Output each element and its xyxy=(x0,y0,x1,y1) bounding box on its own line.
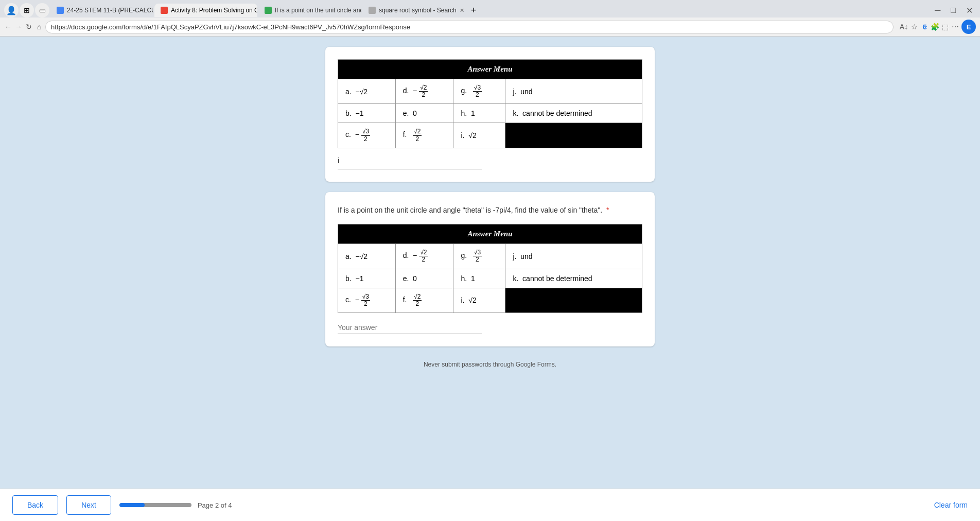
cell-b-1: b. −1 xyxy=(338,104,396,123)
answer-menu-title-2: Answer Menu xyxy=(338,224,642,244)
progress-bar-container: Page 2 of 4 xyxy=(119,501,232,509)
cell-black-1 xyxy=(505,123,642,148)
browser-actions: A↕ ☆ 𝕰 🧩 ⬚ ⋯ xyxy=(900,23,959,31)
translate-icon[interactable]: A↕ xyxy=(900,23,908,31)
cell-g-2: g. √3 2 xyxy=(453,244,505,269)
tab-groups-icon[interactable]: ⊞ xyxy=(20,3,34,18)
cell-k-1: k. cannot be determined xyxy=(505,104,642,123)
table-row: c. − √3 2 f. √2 2 i. √2 xyxy=(338,288,642,312)
bottom-bar: Back Next Page 2 of 4 Clear form xyxy=(0,489,980,521)
next-button[interactable]: Next xyxy=(66,495,111,515)
browser-chrome: 👤 ⊞ ▭ 24-25 STEM 11-B (PRE-CALCULU... ✕ … xyxy=(0,0,980,37)
tab-activity8[interactable]: Activity 8: Problem Solving on Ci... ✕ xyxy=(154,4,257,17)
profile-icon[interactable]: 👤 xyxy=(4,3,19,18)
back-nav-icon[interactable]: ← xyxy=(4,23,12,31)
more-icon[interactable]: ⋯ xyxy=(951,23,959,31)
cell-a-1: a. −√2 xyxy=(338,79,396,104)
frac-f-1: √2 2 xyxy=(413,128,422,142)
frac-d-2: √2 2 xyxy=(419,249,428,263)
cell-j-1: j. und xyxy=(505,79,642,104)
cell-k-2: k. cannot be determined xyxy=(505,269,642,288)
minimize-button[interactable]: ─ xyxy=(932,5,943,16)
page-indicator: Page 2 of 4 xyxy=(198,501,232,509)
frac-g-1: √3 2 xyxy=(473,84,482,98)
profile-avatar[interactable]: E xyxy=(961,20,976,34)
answer-menu-header-1: Answer Menu xyxy=(338,60,642,79)
progress-fill xyxy=(119,503,145,507)
answer-menu-header-2: Answer Menu xyxy=(338,224,642,244)
back-button[interactable]: Back xyxy=(12,495,58,515)
table-row: b. −1 e. 0 h. 1 k. cannot be determined xyxy=(338,104,642,123)
tab-precalc[interactable]: 24-25 STEM 11-B (PRE-CALCULU... ✕ xyxy=(50,4,153,17)
tab-bar: 👤 ⊞ ▭ 24-25 STEM 11-B (PRE-CALCULU... ✕ … xyxy=(0,0,980,18)
progress-track xyxy=(119,503,191,507)
cast-icon[interactable]: ⬚ xyxy=(941,23,949,31)
frac-d-1: √2 2 xyxy=(419,84,428,98)
answer-table-2: Answer Menu a. −√2 d. − √2 2 g. √3 2 xyxy=(338,224,642,313)
navigation-bar: ← → ↻ ⌂ A↕ ☆ 𝕰 🧩 ⬚ ⋯ E xyxy=(0,18,980,36)
cell-b-2: b. −1 xyxy=(338,269,396,288)
question-text-2: If is a point on the unit circle and ang… xyxy=(338,204,642,216)
question-card-1: Answer Menu a. −√2 d. − √2 2 g. √3 2 xyxy=(325,47,655,182)
answer-menu-title-1: Answer Menu xyxy=(338,60,642,79)
tab-precalc-label: 24-25 STEM 11-B (PRE-CALCULU... xyxy=(67,7,153,14)
tab-list-icon[interactable]: ▭ xyxy=(35,3,49,18)
required-star-2: * xyxy=(606,206,609,214)
cell-d-1: d. − √2 2 xyxy=(395,79,453,104)
cell-c-2: c. − √3 2 xyxy=(338,288,396,312)
tab-unitcircle[interactable]: If is a point on the unit circle and... … xyxy=(258,4,361,17)
answer-table-1: Answer Menu a. −√2 d. − √2 2 g. √3 2 xyxy=(338,59,642,148)
tab-search-label: square root symbol - Search xyxy=(379,7,457,14)
tab-unitcircle-label: If is a point on the unit circle and... xyxy=(275,7,361,14)
clear-form-button[interactable]: Clear form xyxy=(934,501,968,509)
restore-button[interactable]: □ xyxy=(948,5,959,16)
cell-black-2 xyxy=(505,288,642,312)
extensions-icon[interactable]: 🧩 xyxy=(931,23,939,31)
never-submit-text: Never submit passwords through Google Fo… xyxy=(424,357,556,376)
table-row: b. −1 e. 0 h. 1 k. cannot be determined xyxy=(338,269,642,288)
frac-g-2: √3 2 xyxy=(473,249,482,263)
table-row: c. − √3 2 f. √2 2 i. √2 xyxy=(338,123,642,148)
frac-f-2: √2 2 xyxy=(413,293,422,307)
close-button[interactable]: ✕ xyxy=(963,5,976,16)
reload-icon[interactable]: ↻ xyxy=(25,23,33,31)
tab-search[interactable]: square root symbol - Search ✕ xyxy=(362,4,465,17)
frac-c-2: √3 2 xyxy=(361,293,370,307)
cell-e-1: e. 0 xyxy=(395,104,453,123)
window-controls: ─ □ ✕ xyxy=(932,5,976,16)
cell-a-2: a. −√2 xyxy=(338,244,396,269)
answer-display-1: i xyxy=(338,157,642,165)
cell-h-2: h. 1 xyxy=(453,269,505,288)
cell-j-2: j. und xyxy=(505,244,642,269)
favorites-icon[interactable]: ☆ xyxy=(910,23,918,31)
tab-activity8-label: Activity 8: Problem Solving on Ci... xyxy=(171,7,257,14)
cell-d-2: d. − √2 2 xyxy=(395,244,453,269)
cell-c-1: c. − √3 2 xyxy=(338,123,396,148)
cell-f-2: f. √2 2 xyxy=(395,288,453,312)
cell-i-2: i. √2 xyxy=(453,288,505,312)
new-tab-button[interactable]: + xyxy=(466,3,481,18)
cell-e-2: e. 0 xyxy=(395,269,453,288)
cell-h-1: h. 1 xyxy=(453,104,505,123)
table-row: a. −√2 d. − √2 2 g. √3 2 j. und xyxy=(338,79,642,104)
question-card-2: If is a point on the unit circle and ang… xyxy=(325,192,655,346)
home-icon[interactable]: ⌂ xyxy=(35,23,43,31)
frac-c-1: √3 2 xyxy=(361,128,370,142)
question-body-2: If is a point on the unit circle and ang… xyxy=(338,206,602,214)
tab-search-close[interactable]: ✕ xyxy=(460,7,464,14)
table-row: a. −√2 d. − √2 2 g. √3 2 j. und xyxy=(338,244,642,269)
cell-g-1: g. √3 2 xyxy=(453,79,505,104)
page-content: Answer Menu a. −√2 d. − √2 2 g. √3 2 xyxy=(0,37,980,521)
cell-f-1: f. √2 2 xyxy=(395,123,453,148)
address-bar[interactable] xyxy=(45,21,894,33)
cell-i-1: i. √2 xyxy=(453,123,505,148)
forward-nav-icon[interactable]: → xyxy=(14,23,23,31)
edge-collect-icon[interactable]: 𝕰 xyxy=(920,23,929,31)
answer-input-2[interactable] xyxy=(338,321,482,334)
